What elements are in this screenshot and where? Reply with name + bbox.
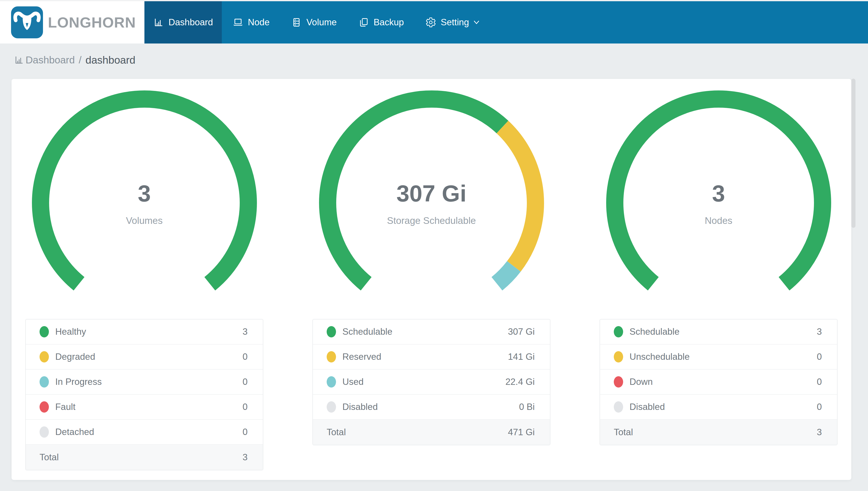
dashboard-card: 3VolumesHealthy3Degraded0In Progress0Fau… [11,79,851,480]
legend-table-volumes: Healthy3Degraded0In Progress0Fault0Detac… [25,319,263,470]
legend-total-label: Total [327,427,508,437]
nav-item-volume[interactable]: Volume [280,1,347,44]
legend-value: 0 [242,377,248,387]
legend-value: 0 [242,352,248,362]
legend-value: 307 Gi [508,326,535,337]
legend-row-down: Down0 [600,370,837,395]
legend-row-in-progress: In Progress0 [26,370,263,395]
green-status-dot [614,326,623,338]
copy-icon [358,17,369,28]
bar-chart-icon [153,17,164,28]
gauge-chart-volumes: 3Volumes [31,90,257,316]
legend-label: Disabled [629,402,817,412]
panel-volumes: 3VolumesHealthy3Degraded0In Progress0Fau… [25,90,263,470]
legend-total-value: 3 [242,452,248,462]
legend-row-fault: Fault0 [26,395,263,420]
breadcrumb-section[interactable]: Dashboard [26,54,75,66]
longhorn-logo-icon [11,6,43,38]
bar-chart-icon [14,55,26,65]
teal-status-dot [39,376,49,387]
legend-value: 3 [817,326,822,337]
legend-value: 0 [817,377,822,387]
legend-label: Fault [55,402,242,412]
legend-total-row: Total3 [600,420,837,445]
legend-total-label: Total [39,452,242,462]
legend-row-disabled: Disabled0 [600,395,837,420]
legend-label: Disabled [342,402,519,412]
panel-storage-schedulable: 307 GiStorage SchedulableSchedulable307 … [312,90,551,470]
panels: 3VolumesHealthy3Degraded0In Progress0Fau… [11,79,851,470]
brand-name: LONGHORN [48,14,136,31]
yellow-status-dot [614,351,623,363]
gauge-chart-storage-schedulable: 307 GiStorage Schedulable [318,90,545,316]
legend-row-schedulable: Schedulable3 [600,319,837,345]
nav-item-dashboard[interactable]: Dashboard [145,1,222,44]
legend-row-unschedulable: Unschedulable0 [600,345,837,370]
legend-row-degraded: Degraded0 [26,345,263,370]
main-nav: DashboardNodeVolumeBackupSetting [145,1,492,44]
gauge-segment-used [497,266,514,284]
legend-row-schedulable: Schedulable307 Gi [313,319,550,345]
legend-label: Detached [55,427,242,437]
red-status-dot [614,376,623,387]
legend-row-used: Used22.4 Gi [313,370,550,395]
gear-icon [425,17,436,28]
nav-item-label: Backup [374,17,404,28]
legend-value: 0 [817,402,822,412]
red-status-dot [39,401,49,413]
legend-value: 3 [242,326,248,337]
nav-item-node[interactable]: Node [222,1,280,44]
legend-row-reserved: Reserved141 Gi [313,345,550,370]
gray-status-dot [614,401,623,413]
legend-value: 0 Bi [519,402,535,412]
nav-item-label: Dashboard [168,17,213,28]
legend-row-disabled: Disabled0 Bi [313,395,550,420]
legend-label: Down [629,377,817,387]
database-icon [291,17,302,28]
legend-row-detached: Detached0 [26,420,263,445]
nav-item-setting[interactable]: Setting [414,1,492,44]
legend-label: Schedulable [342,326,508,337]
legend-label: Degraded [55,352,242,362]
top-navbar: LONGHORN DashboardNodeVolumeBackupSettin… [0,1,868,44]
nav-item-label: Node [248,17,270,28]
gauge-nodes [606,90,832,316]
gauge-segment-schedulable [615,99,823,284]
gauge-volumes [31,90,257,316]
legend-label: Reserved [342,352,508,362]
nav-item-label: Setting [441,17,469,28]
teal-status-dot [327,376,336,387]
laptop-icon [232,17,243,28]
yellow-status-dot [39,351,49,363]
legend-value: 0 [817,352,822,362]
legend-row-healthy: Healthy3 [26,319,263,345]
legend-label: In Progress [55,377,242,387]
yellow-status-dot [327,351,336,363]
legend-total-value: 471 Gi [508,427,535,437]
legend-label: Healthy [55,326,242,337]
legend-value: 22.4 Gi [505,377,535,387]
legend-total-label: Total [614,427,817,437]
scrollbar-thumb[interactable] [851,79,856,228]
green-status-dot [39,326,49,338]
legend-total-row: Total3 [26,445,263,470]
nav-item-label: Volume [306,17,337,28]
legend-table-storage-schedulable: Schedulable307 GiReserved141 GiUsed22.4 … [312,319,551,445]
gauge-segment-healthy [40,99,248,284]
legend-label: Unschedulable [629,352,817,362]
breadcrumb: Dashboard / dashboard [0,44,868,77]
logo[interactable]: LONGHORN [0,1,145,44]
gauge-chart-nodes: 3Nodes [606,90,832,316]
legend-label: Schedulable [629,326,817,337]
legend-table-nodes: Schedulable3Unschedulable0Down0Disabled0… [599,319,838,445]
green-status-dot [327,326,336,338]
gauge-segment-reserved [502,127,535,266]
legend-total-row: Total471 Gi [313,420,550,445]
legend-value: 0 [242,402,248,412]
gauge-segment-schedulable [328,99,502,284]
gray-status-dot [327,401,336,413]
chevron-down-icon [473,18,481,27]
gray-status-dot [39,426,49,438]
nav-item-backup[interactable]: Backup [347,1,414,44]
legend-label: Used [342,377,505,387]
